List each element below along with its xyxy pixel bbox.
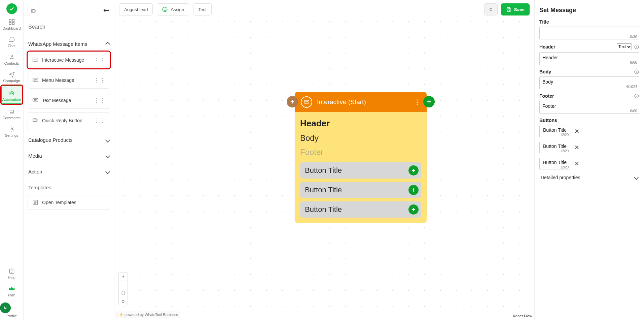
button-chip-3: Button Title12/20 ✕ [539,158,639,169]
flow-canvas[interactable]: Interactive (Start) ⋮ Header Body Footer… [114,19,534,320]
save-button[interactable]: Save [501,3,530,15]
campaign-icon [0,70,24,79]
zoom-in-button[interactable]: + [119,273,128,281]
bolt-icon: ⚡ [119,313,123,317]
test-label: Test [198,7,206,12]
svg-point-14 [32,11,33,11]
node-button-output-port[interactable] [408,204,419,215]
node-button-1[interactable]: Button Title [300,162,421,179]
node-button-label: Button Title [305,186,342,194]
section-action[interactable]: Action [28,163,110,177]
chevron-down-icon [635,175,638,180]
button-title-input[interactable]: Button Title12/20 [539,142,570,153]
section-whatsapp-items[interactable]: WhatsApp Message Items [28,36,110,49]
open-templates-button[interactable]: Open Templates [28,195,110,210]
node-input-port[interactable] [287,96,298,107]
node-footer-text: Footer [300,148,421,157]
remove-button-icon[interactable]: ✕ [574,128,579,135]
node-button-label: Button Title [305,166,342,175]
nav-label: Automation [2,97,21,101]
nav-automation[interactable]: Automation [1,86,22,104]
nav-plan[interactable]: Plan [0,282,24,299]
section-label: WhatsApp Message Items [28,41,87,47]
attribution: ⚡ powered by WhatsTool Business [116,312,180,318]
grip-icon[interactable]: ⋮⋮ [94,118,106,124]
node-body-text: Body [300,133,421,143]
picker-item-interactive-message[interactable]: Interactive Message ⋮⋮ [28,52,110,68]
node-header[interactable]: Interactive (Start) ⋮ [295,92,427,112]
svg-point-4 [11,55,12,57]
node-button-output-port[interactable] [408,185,419,195]
picker-item-quick-reply[interactable]: Quick Reply Button ⋮⋮ [28,112,110,129]
grip-icon[interactable]: ⋮⋮ [94,57,106,63]
svg-point-15 [34,11,35,11]
svg-rect-1 [12,20,14,22]
nav-dashboard[interactable]: Dashboard [0,15,24,32]
assign-button[interactable]: Assign [157,3,189,15]
svg-point-6 [10,93,11,94]
svg-rect-16 [33,58,38,61]
search-input[interactable] [28,21,110,33]
body-label: Body [539,69,639,74]
commerce-icon [0,107,24,116]
nav-label: Chat [8,44,15,48]
nav-contacts[interactable]: Contacts [0,50,24,67]
remove-button-icon[interactable]: ✕ [574,160,579,167]
nav-label: Campaign [3,79,20,83]
avatar: N [0,302,11,313]
reply-icon [32,117,39,124]
svg-point-8 [10,114,11,114]
button-title-input[interactable]: Button Title12/20 [539,158,570,169]
chevron-down-icon [106,137,109,143]
node-interactive-start[interactable]: Interactive (Start) ⋮ Header Body Footer… [295,92,427,223]
node-button-3[interactable]: Button Title [300,201,421,218]
header-type-select[interactable]: Text [617,43,632,50]
button-title-input[interactable]: Button Title12/20 [539,126,570,137]
picker-item-menu-message[interactable]: Menu Message ⋮⋮ [28,72,110,89]
flow-name-button[interactable]: August lead [119,3,153,15]
remove-button-icon[interactable]: ✕ [574,144,579,151]
title-input[interactable] [539,27,639,39]
header-input[interactable] [539,52,639,65]
grip-icon[interactable]: ⋮⋮ [94,77,106,84]
button-chip-label: Button Title [543,127,567,133]
test-button[interactable]: Test [193,3,211,15]
node-button-2[interactable]: Button Title [300,182,421,198]
attribution-name: WhatsTool Business [145,313,178,317]
bot-icon[interactable] [28,5,39,16]
nav-campaign[interactable]: Campaign [0,67,24,85]
node-button-output-port[interactable] [408,165,419,175]
picker-item-text-message[interactable]: Text Message ⋮⋮ [28,92,110,109]
properties-panel: Set Message Title 0/30 Header Text 6/60 … [534,0,644,320]
lock-button[interactable] [119,297,128,305]
node-output-port[interactable] [423,96,435,107]
node-title: Interactive (Start) [317,98,366,106]
detailed-properties-toggle[interactable]: Detailed properties [539,169,639,182]
grip-icon[interactable]: ⋮⋮ [94,97,106,104]
nav-chat[interactable]: Chat [0,32,24,50]
footer-char-count: 6/60 [630,109,637,113]
info-icon[interactable] [634,44,639,50]
node-header-text: Header [300,118,421,129]
fit-view-button[interactable] [119,289,128,297]
nav-commerce[interactable]: Commerce [0,104,24,122]
info-icon[interactable] [634,69,639,74]
picker-item-label: Text Message [42,98,71,103]
nav-settings[interactable]: Settings [0,122,24,139]
body-input[interactable] [539,76,639,89]
kebab-icon[interactable]: ⋮ [414,98,421,106]
chevron-down-icon [106,169,109,174]
refresh-button[interactable] [484,3,498,15]
nav-profile[interactable]: N Profile [0,299,24,320]
info-icon[interactable] [634,93,639,99]
zoom-out-button[interactable]: − [119,281,128,289]
picker-item-label: Interactive Message [42,57,84,63]
back-icon[interactable] [102,6,110,14]
button-chip-count: 12/20 [560,133,569,137]
section-media[interactable]: Media [28,148,110,161]
picker-item-label: Menu Message [42,77,74,83]
footer-input[interactable] [539,101,639,114]
svg-rect-13 [31,10,35,12]
section-catalogue[interactable]: Catalogue Products [28,132,110,145]
nav-help[interactable]: Help [0,264,24,282]
